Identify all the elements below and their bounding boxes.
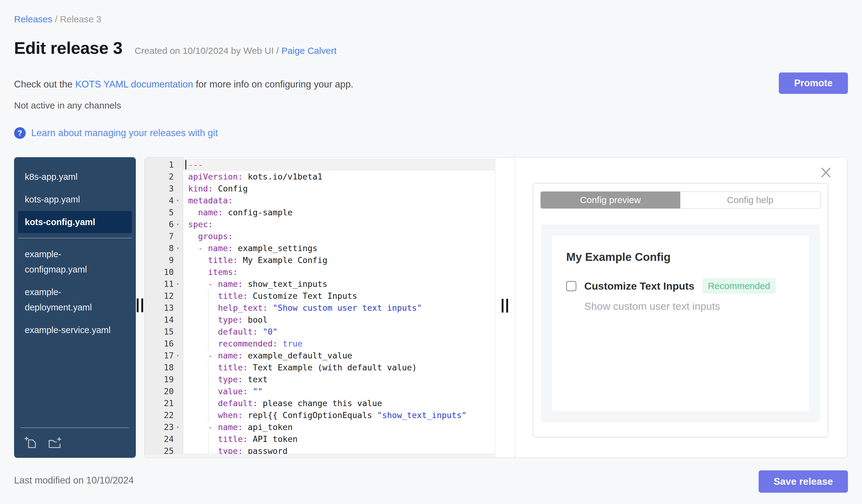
gutter-cell: 2 <box>145 171 183 183</box>
code-line[interactable]: name: config-sample <box>183 207 495 218</box>
line-number: 14 <box>164 315 174 324</box>
gutter-cell: 4▾ <box>145 195 183 207</box>
code-line[interactable]: type: text <box>183 373 495 385</box>
horizontal-scrollbar[interactable] <box>145 454 495 457</box>
code-line[interactable]: title: My Example Config <box>183 254 495 266</box>
config-preview-card: Config preview Config help My Example Co… <box>533 183 828 437</box>
code-line[interactable]: default: "0" <box>183 326 495 337</box>
file-tree-item[interactable]: example-deployment.yaml <box>18 281 132 318</box>
code-line[interactable]: --- <box>183 159 495 171</box>
gutter-cell: 3 <box>145 183 183 195</box>
line-number: 19 <box>164 375 174 384</box>
breadcrumb-link-releases[interactable]: Releases <box>14 14 52 24</box>
gutter-cell: 16 <box>145 337 183 349</box>
fold-arrow-icon[interactable]: ▾ <box>174 222 182 227</box>
gutter-cell: 24 <box>145 433 183 445</box>
code-line[interactable]: - name: show_text_inputs <box>183 278 495 290</box>
text-cursor <box>185 160 186 170</box>
line-number: 21 <box>164 398 174 408</box>
gutter-cell: 17▾ <box>145 349 183 361</box>
question-mark-icon: ? <box>14 127 26 139</box>
gutter-cell: 22 <box>145 409 183 421</box>
fold-arrow-icon[interactable]: ▾ <box>174 353 182 358</box>
gutter-cell: 7 <box>145 230 183 242</box>
fold-arrow-icon[interactable]: ▾ <box>174 198 182 203</box>
line-number: 12 <box>164 291 174 301</box>
code-line[interactable]: value: "" <box>183 385 495 397</box>
new-folder-icon[interactable] <box>47 435 62 450</box>
fold-arrow-icon[interactable]: ▾ <box>174 281 182 287</box>
config-group-card: My Example Config Customize Text Inputs … <box>552 236 809 411</box>
gutter-cell: 8▾ <box>145 242 183 254</box>
code-line[interactable]: recommended: true <box>183 337 495 349</box>
code-line[interactable]: groups: <box>183 230 495 242</box>
tab-config-help[interactable]: Config help <box>680 191 820 209</box>
line-number: 13 <box>164 303 174 313</box>
code-line[interactable]: items: <box>183 266 495 278</box>
file-tree-item[interactable]: k8s-app.yaml <box>18 166 132 188</box>
line-number: 16 <box>164 339 174 348</box>
yaml-editor[interactable]: 1234▾56▾78▾91011▾121314151617▾1819202122… <box>145 158 495 457</box>
file-tree-footer <box>14 427 136 458</box>
line-number: 9 <box>169 255 174 265</box>
config-item-help: Show custom user text inputs <box>584 300 795 312</box>
breadcrumb-current: Release 3 <box>60 14 101 24</box>
fold-arrow-icon[interactable]: ▾ <box>174 424 182 430</box>
gutter-cell: 23▾ <box>145 421 183 433</box>
code-line[interactable]: title: Text Example (with default value) <box>183 361 495 373</box>
line-number: 10 <box>164 267 174 277</box>
line-number: 5 <box>169 208 174 217</box>
code-line[interactable]: type: bool <box>183 314 495 326</box>
save-release-button[interactable]: Save release <box>759 470 848 493</box>
line-number: 8 <box>169 243 174 253</box>
code-line[interactable]: spec: <box>183 218 495 230</box>
customize-text-inputs-checkbox[interactable] <box>566 281 576 291</box>
breadcrumb: Releases / Release 3 <box>14 14 101 25</box>
file-tree-item[interactable]: example-configmap.yaml <box>18 243 132 280</box>
code-line[interactable]: - name: example_settings <box>183 242 495 254</box>
code-line[interactable]: title: API token <box>183 433 495 445</box>
recommended-badge: Recommended <box>702 278 775 294</box>
file-tree-divider <box>18 238 132 238</box>
gutter-cell: 15 <box>145 326 183 337</box>
pane-resize-handle[interactable] <box>137 299 143 312</box>
editor-preview-container: 1234▾56▾78▾91011▾121314151617▾1819202122… <box>144 157 847 458</box>
line-number: 3 <box>169 184 174 193</box>
gutter-cell: 18 <box>145 361 183 373</box>
file-tree-list: k8s-app.yamlkots-app.yamlkots-config.yam… <box>14 165 136 342</box>
release-workspace: k8s-app.yamlkots-app.yamlkots-config.yam… <box>14 157 847 458</box>
file-tree-item[interactable]: example-service.yaml <box>18 319 132 341</box>
line-number: 20 <box>164 387 174 396</box>
code-line[interactable]: metadata: <box>183 195 495 207</box>
gutter-cell: 12 <box>145 290 183 302</box>
code-area[interactable]: ---apiVersion: kots.io/v1beta1kind: Conf… <box>183 158 495 457</box>
gutter-cell: 21 <box>145 397 183 409</box>
code-line[interactable]: when: repl{{ ConfigOptionEquals "show_te… <box>183 409 495 421</box>
code-line[interactable]: apiVersion: kots.io/v1beta1 <box>183 171 495 183</box>
pane-resize-handle[interactable] <box>502 299 508 313</box>
gutter-cell: 1 <box>145 159 183 171</box>
line-number: 6 <box>169 220 174 229</box>
config-item-label: Customize Text Inputs <box>584 280 694 292</box>
breadcrumb-separator: / <box>52 14 60 24</box>
docs-link[interactable]: KOTS YAML documentation <box>75 79 193 90</box>
sidebar-editor-gap <box>136 157 144 458</box>
created-user-link[interactable]: Paige Calvert <box>282 45 337 56</box>
code-line[interactable]: default: please change this value <box>183 397 495 409</box>
fold-arrow-icon[interactable]: ▾ <box>174 245 182 251</box>
docs-prefix: Check out the <box>14 79 75 90</box>
promote-button[interactable]: Promote <box>779 72 848 94</box>
code-line[interactable]: - name: example_default_value <box>183 349 495 361</box>
tab-config-preview[interactable]: Config preview <box>540 191 680 209</box>
file-tree-item[interactable]: kots-config.yaml <box>18 211 132 233</box>
code-line[interactable]: title: Customize Text Inputs <box>183 290 495 302</box>
code-line[interactable]: kind: Config <box>183 183 495 195</box>
file-tree-item[interactable]: kots-app.yaml <box>18 188 132 210</box>
indent-guide <box>208 290 209 349</box>
gutter-cell: 19 <box>145 373 183 385</box>
code-line[interactable]: help_text: "Show custom user text inputs… <box>183 302 495 314</box>
code-line[interactable]: - name: api_token <box>183 421 495 433</box>
close-icon[interactable] <box>820 167 832 178</box>
new-file-icon[interactable] <box>24 435 39 450</box>
git-help-link[interactable]: Learn about managing your releases with … <box>31 128 218 138</box>
